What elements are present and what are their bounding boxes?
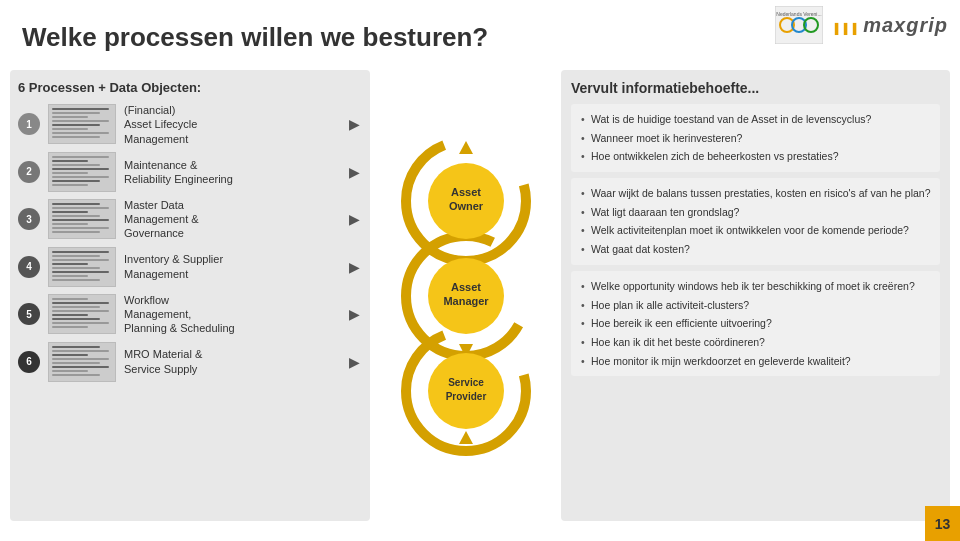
process-number-4: 4 xyxy=(18,256,40,278)
info-sections: Wat is de huidige toestand van de Asset … xyxy=(571,104,940,376)
process-label-2: Maintenance & Reliability Engineering xyxy=(124,158,338,187)
info-section-1: Wat is de huidige toestand van de Asset … xyxy=(571,104,940,172)
bullet-list-1: Wat is de huidige toestand van de Asset … xyxy=(579,110,932,166)
left-panel-title: 6 Processen + Data Objecten: xyxy=(18,80,362,95)
process-thumbnail-2 xyxy=(48,152,116,192)
process-arrow-1: ▶ xyxy=(346,116,362,132)
process-label-1: (Financial) Asset Lifecycle Management xyxy=(124,103,338,146)
process-arrow-6: ▶ xyxy=(346,354,362,370)
process-label-6: MRO Material & Service Supply xyxy=(124,347,338,376)
bullet-item: Welke opportunity windows heb ik ter bes… xyxy=(579,277,932,296)
content-area: 6 Processen + Data Objecten: 1 xyxy=(10,70,950,521)
bullet-item: Welk activiteitenplan moet ik ontwikkele… xyxy=(579,221,932,240)
info-section-3: Welke opportunity windows heb ik ter bes… xyxy=(571,271,940,376)
cob-logo: Nederlands Vereni... xyxy=(775,6,823,44)
process-list: 1 (Financial) Asset Lifecycle Management xyxy=(18,103,362,382)
process-number-1: 1 xyxy=(18,113,40,135)
process-label-4: Inventory & Supplier Management xyxy=(124,252,338,281)
process-thumbnail-3 xyxy=(48,199,116,239)
list-item: 5 Workflow Management, Planning & Schedu… xyxy=(18,293,362,336)
list-item: 3 Master Data Management & Governance ▶ xyxy=(18,198,362,241)
process-arrow-4: ▶ xyxy=(346,259,362,275)
process-thumbnail-4 xyxy=(48,247,116,287)
process-arrow-5: ▶ xyxy=(346,306,362,322)
svg-text:Asset: Asset xyxy=(451,186,481,198)
bullet-item: Wanneer moet ik herinvesteren? xyxy=(579,129,932,148)
list-item: 1 (Financial) Asset Lifecycle Management xyxy=(18,103,362,146)
bullet-item: Wat ligt daaraan ten grondslag? xyxy=(579,203,932,222)
process-thumbnail-5 xyxy=(48,294,116,334)
page-number-container: 13 xyxy=(925,506,960,541)
svg-marker-6 xyxy=(459,141,473,154)
process-arrow-3: ▶ xyxy=(346,211,362,227)
middle-panel: Asset Owner Asset Manager Service Provid… xyxy=(378,70,553,521)
main-title: Welke processen willen we besturen? xyxy=(22,22,488,53)
process-number-3: 3 xyxy=(18,208,40,230)
svg-marker-10 xyxy=(459,431,473,444)
svg-text:Nederlands Vereni...: Nederlands Vereni... xyxy=(776,11,821,17)
list-item: 2 Maintenance & Reliability Engineering xyxy=(18,152,362,192)
bullet-item: Wat gaat dat kosten? xyxy=(579,240,932,259)
bullet-item: Waar wijkt de balans tussen prestaties, … xyxy=(579,184,932,203)
svg-text:Owner: Owner xyxy=(448,200,483,212)
arrows-svg: Asset Owner Asset Manager Service Provid… xyxy=(386,126,546,466)
bullet-item: Hoe monitor ik mijn werkdoorzet en gelev… xyxy=(579,352,932,371)
bullet-list-3: Welke opportunity windows heb ik ter bes… xyxy=(579,277,932,370)
bullet-list-2: Waar wijkt de balans tussen prestaties, … xyxy=(579,184,932,259)
bullet-item: Wat is de huidige toestand van de Asset … xyxy=(579,110,932,129)
process-label-5: Workflow Management, Planning & Scheduli… xyxy=(124,293,338,336)
circles-container: Asset Owner Asset Manager Service Provid… xyxy=(386,126,546,466)
process-number-6: 6 xyxy=(18,351,40,373)
list-item: 6 MRO Material & Service Supply ▶ xyxy=(18,342,362,382)
svg-text:Asset: Asset xyxy=(451,281,481,293)
bullet-item: Hoe kan ik dit het beste coördineren? xyxy=(579,333,932,352)
top-bar: Nederlands Vereni... ▐▐▐ maxgrip xyxy=(763,0,960,50)
right-panel-title: Vervult informatiebehoefte... xyxy=(571,80,940,96)
process-thumbnail-6 xyxy=(48,342,116,382)
right-panel: Vervult informatiebehoefte... Wat is de … xyxy=(561,70,950,521)
svg-text:Provider: Provider xyxy=(445,391,486,402)
process-thumbnail-1 xyxy=(48,104,116,144)
process-number-2: 2 xyxy=(18,161,40,183)
process-arrow-2: ▶ xyxy=(346,164,362,180)
list-item: 4 Inventory & Supplier Management ▶ xyxy=(18,247,362,287)
bullet-item: Hoe plan ik alle activiteit-clusters? xyxy=(579,296,932,315)
process-label-3: Master Data Management & Governance xyxy=(124,198,338,241)
left-panel: 6 Processen + Data Objecten: 1 xyxy=(10,70,370,521)
info-section-2: Waar wijkt de balans tussen prestaties, … xyxy=(571,178,940,265)
bullet-item: Hoe ontwikkelen zich de beheerkosten vs … xyxy=(579,147,932,166)
maxgrip-logo: ▐▐▐ maxgrip xyxy=(831,12,948,38)
page-number: 13 xyxy=(935,516,951,532)
bullet-item: Hoe bereik ik een efficiente uitvoering? xyxy=(579,314,932,333)
process-number-5: 5 xyxy=(18,303,40,325)
svg-text:Service: Service xyxy=(448,377,484,388)
svg-text:Manager: Manager xyxy=(443,295,489,307)
